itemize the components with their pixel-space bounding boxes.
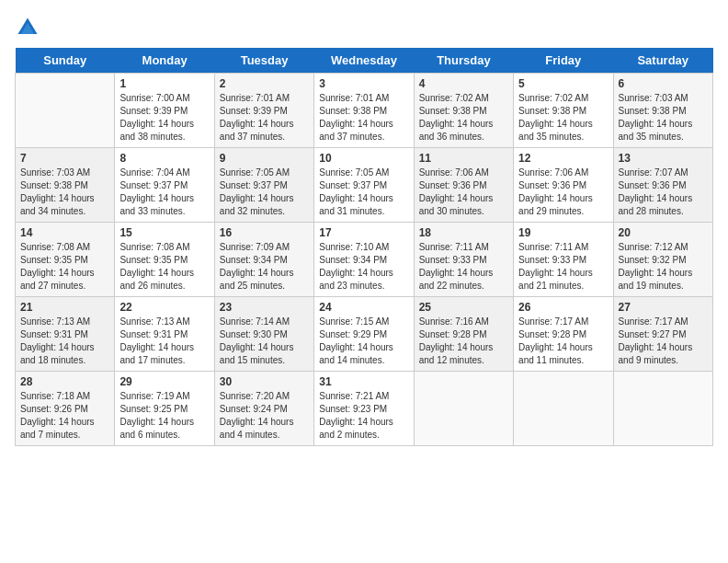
calendar-cell: 22Sunrise: 7:13 AMSunset: 9:31 PMDayligh…	[115, 297, 214, 372]
day-number: 26	[518, 301, 608, 314]
day-info: Sunrise: 7:07 AMSunset: 9:36 PMDaylight:…	[619, 167, 708, 218]
day-info: Sunrise: 7:08 AMSunset: 9:35 PMDaylight:…	[119, 241, 209, 293]
calendar-cell: 13Sunrise: 7:07 AMSunset: 9:36 PMDayligh…	[613, 148, 712, 223]
day-number: 28	[20, 375, 109, 388]
day-number: 7	[20, 152, 109, 165]
calendar-table: SundayMondayTuesdayWednesdayThursdayFrid…	[15, 48, 713, 446]
calendar-cell: 28Sunrise: 7:18 AMSunset: 9:26 PMDayligh…	[16, 372, 115, 446]
weekday-header-wednesday: Wednesday	[314, 48, 414, 74]
day-info: Sunrise: 7:08 AMSunset: 9:35 PMDaylight:…	[20, 241, 109, 293]
calendar-cell: 23Sunrise: 7:14 AMSunset: 9:30 PMDayligh…	[214, 297, 313, 372]
day-number: 17	[319, 226, 408, 239]
calendar-cell: 7Sunrise: 7:03 AMSunset: 9:38 PMDaylight…	[16, 148, 115, 223]
day-info: Sunrise: 7:10 AMSunset: 9:34 PMDaylight:…	[319, 241, 408, 293]
day-number: 21	[20, 301, 109, 314]
calendar-cell: 26Sunrise: 7:17 AMSunset: 9:28 PMDayligh…	[514, 297, 613, 372]
day-number: 5	[518, 77, 608, 90]
day-info: Sunrise: 7:09 AMSunset: 9:34 PMDaylight:…	[220, 241, 309, 293]
day-number: 16	[220, 226, 309, 239]
calendar-cell	[414, 372, 513, 446]
calendar-cell: 2Sunrise: 7:01 AMSunset: 9:39 PMDaylight…	[214, 74, 313, 148]
day-info: Sunrise: 7:05 AMSunset: 9:37 PMDaylight:…	[220, 167, 309, 218]
day-info: Sunrise: 7:03 AMSunset: 9:38 PMDaylight:…	[20, 167, 109, 218]
day-number: 13	[619, 152, 708, 165]
day-number: 27	[619, 301, 708, 314]
calendar-cell: 19Sunrise: 7:11 AMSunset: 9:33 PMDayligh…	[514, 223, 613, 297]
calendar-cell: 15Sunrise: 7:08 AMSunset: 9:35 PMDayligh…	[115, 223, 214, 297]
day-number: 1	[119, 77, 209, 90]
calendar-cell: 10Sunrise: 7:05 AMSunset: 9:37 PMDayligh…	[314, 148, 414, 223]
calendar-cell: 21Sunrise: 7:13 AMSunset: 9:31 PMDayligh…	[16, 297, 115, 372]
calendar-cell: 1Sunrise: 7:00 AMSunset: 9:39 PMDaylight…	[115, 74, 214, 148]
day-info: Sunrise: 7:21 AMSunset: 9:23 PMDaylight:…	[319, 390, 408, 442]
day-number: 8	[119, 152, 209, 165]
day-number: 9	[220, 152, 309, 165]
day-number: 12	[518, 152, 608, 165]
day-info: Sunrise: 7:00 AMSunset: 9:39 PMDaylight:…	[119, 92, 209, 144]
day-number: 22	[119, 301, 209, 314]
week-row-1: 1Sunrise: 7:00 AMSunset: 9:39 PMDaylight…	[16, 74, 713, 148]
day-info: Sunrise: 7:13 AMSunset: 9:31 PMDaylight:…	[119, 316, 209, 367]
day-number: 30	[220, 375, 309, 388]
weekday-header-thursday: Thursday	[414, 48, 513, 74]
calendar-cell: 17Sunrise: 7:10 AMSunset: 9:34 PMDayligh…	[314, 223, 414, 297]
day-info: Sunrise: 7:11 AMSunset: 9:33 PMDaylight:…	[419, 241, 508, 293]
day-info: Sunrise: 7:19 AMSunset: 9:25 PMDaylight:…	[119, 390, 209, 442]
day-info: Sunrise: 7:17 AMSunset: 9:28 PMDaylight:…	[518, 316, 608, 367]
calendar-cell: 24Sunrise: 7:15 AMSunset: 9:29 PMDayligh…	[314, 297, 414, 372]
weekday-header-sunday: Sunday	[16, 48, 115, 74]
calendar-cell: 30Sunrise: 7:20 AMSunset: 9:24 PMDayligh…	[214, 372, 313, 446]
day-info: Sunrise: 7:15 AMSunset: 9:29 PMDaylight:…	[319, 316, 408, 367]
day-info: Sunrise: 7:06 AMSunset: 9:36 PMDaylight:…	[419, 167, 508, 218]
page-header	[15, 15, 713, 40]
weekday-header-tuesday: Tuesday	[214, 48, 313, 74]
day-number: 31	[319, 375, 408, 388]
week-row-3: 14Sunrise: 7:08 AMSunset: 9:35 PMDayligh…	[16, 223, 713, 297]
calendar-cell: 3Sunrise: 7:01 AMSunset: 9:38 PMDaylight…	[314, 74, 414, 148]
day-info: Sunrise: 7:18 AMSunset: 9:26 PMDaylight:…	[20, 390, 109, 442]
day-info: Sunrise: 7:05 AMSunset: 9:37 PMDaylight:…	[319, 167, 408, 218]
calendar-cell: 29Sunrise: 7:19 AMSunset: 9:25 PMDayligh…	[115, 372, 214, 446]
calendar-cell: 4Sunrise: 7:02 AMSunset: 9:38 PMDaylight…	[414, 74, 513, 148]
calendar-cell: 16Sunrise: 7:09 AMSunset: 9:34 PMDayligh…	[214, 223, 313, 297]
calendar-cell: 5Sunrise: 7:02 AMSunset: 9:38 PMDaylight…	[514, 74, 613, 148]
day-info: Sunrise: 7:02 AMSunset: 9:38 PMDaylight:…	[518, 92, 608, 144]
week-row-5: 28Sunrise: 7:18 AMSunset: 9:26 PMDayligh…	[16, 372, 713, 446]
day-number: 4	[419, 77, 508, 90]
day-number: 15	[119, 226, 209, 239]
logo-icon	[15, 15, 40, 40]
day-number: 19	[518, 226, 608, 239]
day-info: Sunrise: 7:20 AMSunset: 9:24 PMDaylight:…	[220, 390, 309, 442]
day-number: 11	[419, 152, 508, 165]
calendar-cell: 12Sunrise: 7:06 AMSunset: 9:36 PMDayligh…	[514, 148, 613, 223]
calendar-cell: 6Sunrise: 7:03 AMSunset: 9:38 PMDaylight…	[613, 74, 712, 148]
day-number: 25	[419, 301, 508, 314]
day-number: 3	[319, 77, 408, 90]
day-number: 24	[319, 301, 408, 314]
day-info: Sunrise: 7:13 AMSunset: 9:31 PMDaylight:…	[20, 316, 109, 367]
day-info: Sunrise: 7:01 AMSunset: 9:38 PMDaylight:…	[319, 92, 408, 144]
day-number: 29	[119, 375, 209, 388]
weekday-header-saturday: Saturday	[613, 48, 712, 74]
calendar-cell: 31Sunrise: 7:21 AMSunset: 9:23 PMDayligh…	[314, 372, 414, 446]
calendar-cell: 8Sunrise: 7:04 AMSunset: 9:37 PMDaylight…	[115, 148, 214, 223]
calendar-cell: 25Sunrise: 7:16 AMSunset: 9:28 PMDayligh…	[414, 297, 513, 372]
day-number: 10	[319, 152, 408, 165]
calendar-cell: 18Sunrise: 7:11 AMSunset: 9:33 PMDayligh…	[414, 223, 513, 297]
logo	[15, 15, 44, 40]
day-info: Sunrise: 7:02 AMSunset: 9:38 PMDaylight:…	[419, 92, 508, 144]
day-info: Sunrise: 7:16 AMSunset: 9:28 PMDaylight:…	[419, 316, 508, 367]
day-info: Sunrise: 7:14 AMSunset: 9:30 PMDaylight:…	[220, 316, 309, 367]
calendar-cell	[16, 74, 115, 148]
day-info: Sunrise: 7:12 AMSunset: 9:32 PMDaylight:…	[619, 241, 708, 293]
calendar-cell: 9Sunrise: 7:05 AMSunset: 9:37 PMDaylight…	[214, 148, 313, 223]
weekday-header-friday: Friday	[514, 48, 613, 74]
calendar-cell: 14Sunrise: 7:08 AMSunset: 9:35 PMDayligh…	[16, 223, 115, 297]
day-number: 20	[619, 226, 708, 239]
day-info: Sunrise: 7:06 AMSunset: 9:36 PMDaylight:…	[518, 167, 608, 218]
calendar-cell: 20Sunrise: 7:12 AMSunset: 9:32 PMDayligh…	[613, 223, 712, 297]
calendar-cell	[514, 372, 613, 446]
weekday-header-monday: Monday	[115, 48, 214, 74]
day-info: Sunrise: 7:03 AMSunset: 9:38 PMDaylight:…	[619, 92, 708, 144]
day-info: Sunrise: 7:17 AMSunset: 9:27 PMDaylight:…	[619, 316, 708, 367]
